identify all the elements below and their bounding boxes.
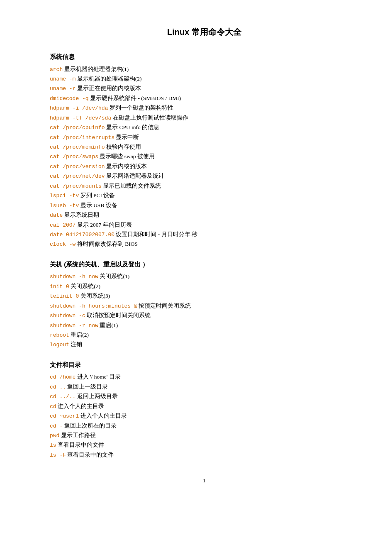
desc-text: 在磁盘上执行测试性读取操作	[111, 115, 188, 121]
cmd-text: cd ~user1	[50, 413, 79, 419]
cmd-text: shutdown -r now	[50, 323, 98, 329]
desc-text: 显示机器的处理器架构(1)	[63, 66, 129, 72]
cmd-text: date 041217002007.00	[50, 232, 114, 238]
cmd-text: cd ../..	[50, 394, 75, 400]
cmd-line: date 041217002007.00 设置日期和时间 - 月日时分年.秒	[50, 230, 359, 239]
desc-text: 重启(2)	[69, 332, 89, 338]
cmd-line: ls 查看目录中的文件	[50, 440, 359, 450]
desc-text: 重启(1)	[98, 322, 118, 328]
cmd-line: uname -r 显示正在使用的内核版本	[50, 84, 359, 93]
cmd-text: init 0	[50, 284, 69, 290]
cmd-text: dmidecode -q	[50, 95, 89, 102]
cmd-text: cat /proc/meminfo	[50, 144, 105, 150]
desc-text: 取消按预定时间关闭系统	[85, 312, 151, 318]
desc-text: 返回上两级目录	[75, 393, 117, 399]
cmd-line: cat /proc/cpuinfo 显示 CPU info 的信息	[50, 123, 359, 132]
cmd-text: pwd	[50, 433, 59, 439]
cmd-text: clock -w	[50, 241, 75, 247]
cmd-text: shutdown -h now	[50, 274, 98, 280]
cmd-line: cal 2007 显示 2007 年的日历表	[50, 220, 359, 230]
cmd-line: cd .. 返回上一级目录	[50, 382, 359, 391]
cmd-text: cd	[50, 403, 56, 410]
section-files-dirs: 文件和目录 cd /home 进入 '/ home' 目录 cd .. 返回上一…	[50, 359, 359, 460]
section-heading-files-dirs: 文件和目录	[50, 359, 359, 370]
desc-text: 显示已加载的文件系统	[102, 183, 161, 189]
cmd-line: lsusb -tv 显示 USB 设备	[50, 201, 359, 210]
cmd-text: telinit 0	[50, 293, 79, 299]
cmd-line: shutdown -h now 关闭系统(1)	[50, 272, 359, 281]
page-number: 1	[50, 476, 359, 485]
cmd-text: cat /proc/cpuinfo	[50, 125, 105, 131]
section-sys-info: 系统信息 arch 显示机器的处理器架构(1) uname -m 显示机器的处理…	[50, 51, 359, 249]
cmd-line: hdparm -i /dev/hda 罗列一个磁盘的架构特性	[50, 103, 359, 112]
desc-text: 显示内核的版本	[105, 163, 147, 169]
desc-text: 进入 '/ home' 目录	[75, 374, 120, 380]
section-heading-shutdown: 关机 (系统的关机、重启以及登出 ）	[50, 259, 359, 270]
cmd-line: cat /proc/version 显示内核的版本	[50, 162, 359, 171]
cmd-text: cat /proc/version	[50, 164, 105, 170]
cmd-line: ls -F 查看目录中的文件	[50, 450, 359, 460]
cmd-text: logout	[50, 342, 69, 348]
cmd-text: shutdown -c	[50, 313, 85, 319]
desc-text: 显示硬件系统部件 - (SMBIOS / DMI)	[89, 95, 181, 101]
cmd-line: telinit 0 关闭系统(3)	[50, 291, 359, 301]
cmd-text: uname -r	[50, 86, 75, 92]
cmd-text: lspci -tv	[50, 193, 79, 199]
cmd-line: shutdown -h hours:minutes & 按预定时间关闭系统	[50, 301, 359, 311]
cmd-line: cat /proc/interrupts 显示中断	[50, 133, 359, 142]
cmd-text: ls	[50, 442, 56, 448]
cmd-text: shutdown -h hours:minutes &	[50, 303, 137, 309]
cmd-line: cd 进入个人的主目录	[50, 402, 359, 411]
cmd-text: cat /proc/interrupts	[50, 134, 114, 141]
cmd-line: cd - 返回上次所在的目录	[50, 421, 359, 430]
desc-text: 显示 CPU info 的信息	[105, 124, 160, 130]
cmd-line: uname -m 显示机器的处理器架构(2)	[50, 74, 359, 83]
cmd-line: shutdown -r now 重启(1)	[50, 321, 359, 330]
cmd-text: uname -m	[50, 76, 75, 82]
desc-text: 显示网络适配器及统计	[105, 173, 164, 179]
desc-text: 按预定时间关闭系统	[137, 303, 191, 309]
cmd-line: cat /proc/swaps 显示哪些 swap 被使用	[50, 152, 359, 161]
desc-text: 校验内存使用	[105, 144, 141, 150]
desc-text: 显示正在使用的内核版本	[75, 85, 141, 91]
cmd-line: arch 显示机器的处理器架构(1)	[50, 65, 359, 74]
desc-text: 显示中断	[114, 134, 139, 140]
cmd-line: cat /proc/meminfo 校验内存使用	[50, 142, 359, 152]
cmd-line: lspci -tv 罗列 PCI 设备	[50, 191, 359, 200]
desc-text: 显示哪些 swap 被使用	[98, 153, 155, 159]
desc-text: 将时间修改保存到 BIOS	[75, 241, 138, 247]
cmd-text: date	[50, 212, 63, 218]
cmd-text: reboot	[50, 332, 69, 338]
cmd-text: cd /home	[50, 374, 75, 380]
cmd-text: cat /proc/net/dev	[50, 173, 105, 179]
desc-text: 进入个人的主目录	[79, 413, 127, 419]
cmd-line: cd ~user1 进入个人的主目录	[50, 411, 359, 421]
cmd-text: cd -	[50, 423, 63, 429]
section-shutdown: 关机 (系统的关机、重启以及登出 ） shutdown -h now 关闭系统(…	[50, 259, 359, 350]
cmd-line: cat /proc/mounts 显示已加载的文件系统	[50, 181, 359, 191]
desc-text: 罗列 PCI 设备	[79, 192, 115, 198]
cmd-line: date 显示系统日期	[50, 210, 359, 220]
desc-text: 进入个人的主目录	[56, 403, 104, 409]
cmd-text: cd ..	[50, 384, 66, 390]
cmd-line: logout 注销	[50, 340, 359, 349]
cmd-line: cd ../.. 返回上两级目录	[50, 392, 359, 401]
cmd-line: pwd 显示工作路径	[50, 431, 359, 440]
cmd-text: cat /proc/mounts	[50, 183, 102, 189]
cmd-line: reboot 重启(2)	[50, 330, 359, 340]
desc-text: 查看目录中的文件	[66, 452, 114, 458]
desc-text: 关闭系统(2)	[69, 283, 100, 289]
desc-text: 显示机器的处理器架构(2)	[75, 76, 141, 82]
desc-text: 返回上次所在的目录	[63, 423, 116, 429]
content-area: 系统信息 arch 显示机器的处理器架构(1) uname -m 显示机器的处理…	[50, 51, 359, 460]
desc-text: 注销	[69, 341, 82, 347]
cmd-text: cal 2007	[50, 222, 75, 228]
cmd-text: hdparm -i /dev/hda	[50, 105, 108, 111]
desc-text: 查看目录中的文件	[56, 442, 104, 448]
cmd-text: ls -F	[50, 452, 66, 458]
cmd-line: dmidecode -q 显示硬件系统部件 - (SMBIOS / DMI)	[50, 94, 359, 103]
cmd-line: clock -w 将时间修改保存到 BIOS	[50, 240, 359, 249]
desc-text: 返回上一级目录	[66, 384, 108, 390]
cmd-line: cat /proc/net/dev 显示网络适配器及统计	[50, 171, 359, 181]
cmd-text: arch	[50, 66, 63, 73]
